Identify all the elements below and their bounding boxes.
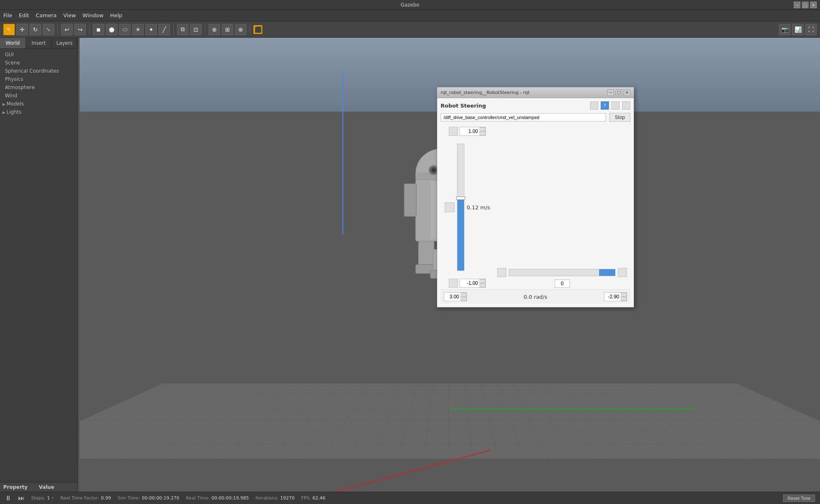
rqt-dash-btn[interactable]: — [611,101,620,110]
angular-zero-input[interactable] [555,280,570,287]
menu-edit[interactable]: Edit [19,12,29,18]
reset-time-button[interactable]: Reset Time [783,495,815,502]
stop-button[interactable]: Stop [609,113,630,122]
left-limit-up[interactable]: ▲ [461,293,466,297]
sep2 [89,25,90,34]
sim-time-label: Sim Time: [117,495,140,501]
angular-left-btn[interactable]: < [497,268,506,277]
rqt-sliders: + ▲ ▼ 0 [441,125,630,289]
tab-insert[interactable]: Insert [26,38,52,48]
property-col: Property [3,484,39,490]
fullscreen-btn[interactable]: ⛶ [805,24,817,35]
cylinder-btn[interactable]: ⬭ [119,24,131,35]
linear-minus-btn[interactable]: - [449,279,458,288]
undo-btn[interactable]: ↩ [61,24,73,35]
tab-layers[interactable]: Layers [52,38,78,48]
sidebar-item-scene[interactable]: Scene [0,59,78,67]
linear-min-up[interactable]: ▲ [480,279,485,283]
rqt-close-btn[interactable]: ✕ [624,89,630,96]
menu-help[interactable]: Help [110,12,122,18]
linear-min-input[interactable] [460,279,480,287]
angular-left-limit-input[interactable] [444,293,461,300]
minimize-btn[interactable]: ─ [794,2,800,8]
active-mode-btn[interactable]: ⬛ [253,25,262,34]
linear-max-input[interactable] [460,127,480,135]
menu-window[interactable]: Window [83,12,103,18]
angular-right-limit: ▲ ▼ [604,292,627,301]
linear-plus-btn[interactable]: + [449,127,458,136]
angular-right-btn[interactable]: > [618,268,627,277]
rqt-d-btn[interactable]: D [590,101,598,110]
menu-file[interactable]: File [3,12,12,18]
sidebar-item-atmosphere[interactable]: Atmosphere [0,83,78,92]
log-btn[interactable]: 📊 [792,24,804,35]
menu-camera[interactable]: Camera [36,12,57,18]
property-header: Property Value [0,483,78,492]
rtf-value: 0.99 [101,495,111,501]
linear-slider-track[interactable] [457,144,464,271]
paste-btn[interactable]: ⊡ [190,24,202,35]
toolbar: ↖ ✛ ↻ ⤡ ↩ ↪ ▪ ● ⬭ ☀ ✦ ╱ ⧉ ⊡ ⊕ ⊞ ⊗ ⬛ 📷 📊 … [0,21,820,38]
maximize-btn[interactable]: □ [802,2,809,8]
rqt-topic-input[interactable] [441,113,606,121]
linear-max-down[interactable]: ▼ [480,131,485,135]
sidebar-item-spherical[interactable]: Spherical Coordinates [0,67,78,75]
rqt-bottom: ▲ ▼ 0.0 rad/s ▲ ▼ [441,289,630,304]
pointlight-btn[interactable]: ☀ [132,24,144,35]
menu-bar: File Edit Camera View Window Help [0,10,820,21]
sidebar-item-gui[interactable]: GUI [0,50,78,59]
rqt-restore-btn[interactable]: □ [616,89,622,96]
linear-zero-btn[interactable]: 0 [445,202,455,212]
rtf-label: Real Time Factor: [60,495,99,501]
sidebar-item-lights[interactable]: Lights [0,108,78,116]
align2-btn[interactable]: ⊗ [235,24,246,35]
rotate-tool-btn[interactable]: ↻ [30,24,41,35]
align-btn[interactable]: ⊕ [209,24,220,35]
pause-btn[interactable]: ⏸ [5,494,11,502]
close-btn[interactable]: ✕ [810,2,817,8]
rqt-win-controls: ─ □ ✕ [607,89,630,96]
rqt-content: Robot Steering D ? — O Stop [437,98,634,307]
scale-tool-btn[interactable]: ⤡ [43,24,54,35]
box-btn[interactable]: ▪ [93,24,104,35]
snap-btn[interactable]: ⊞ [222,24,233,35]
select-tool-btn[interactable]: ↖ [3,24,15,35]
real-time-label: Real Time: [186,495,210,501]
viewport[interactable]: rqt_robot_steering__RobotSteering - rqt … [80,38,820,492]
green-axis [450,409,697,410]
angular-slider-track[interactable] [509,269,616,276]
rqt-o-btn[interactable]: O [622,101,630,110]
rqt-minimize-btn[interactable]: ─ [607,89,614,96]
sphere-btn[interactable]: ● [106,24,117,35]
angular-right-limit-input[interactable] [604,293,621,300]
rqt-help-btn[interactable]: ? [601,101,609,110]
linear-min-down[interactable]: ▼ [480,283,485,287]
redo-btn[interactable]: ↪ [74,24,86,35]
linear-max-up[interactable]: ▲ [480,127,485,131]
sidebar-item-physics[interactable]: Physics [0,75,78,83]
screenshot-btn[interactable]: 📷 [779,24,790,35]
status-bar: ⏸ ⏭ Steps: 1 ▾ Real Time Factor: 0.99 Si… [0,492,820,504]
right-limit-up[interactable]: ▲ [621,293,627,297]
rqt-header: Robot Steering D ? — O [441,101,630,110]
iterations-display: Iterations: 19270 [255,495,294,501]
iterations-label: Iterations: [255,495,278,501]
sidebar-item-models[interactable]: Models [0,100,78,108]
sidebar: World Insert Layers GUI Scene Spherical … [0,38,78,492]
left-limit-down[interactable]: ▼ [461,297,466,301]
dirlight-btn[interactable]: ╱ [158,24,170,35]
sidebar-item-wind[interactable]: Wind [0,92,78,100]
tab-world[interactable]: World [0,38,26,48]
step-btn[interactable]: ⏭ [18,494,25,502]
copy-btn[interactable]: ⧉ [177,24,188,35]
rqt-titlebar[interactable]: rqt_robot_steering__RobotSteering - rqt … [437,87,634,98]
rqt-plugin-label: Robot Steering [441,103,486,109]
property-panel: Property Value [0,482,78,492]
right-limit-down[interactable]: ▼ [621,297,627,301]
steps-value: 1 [47,495,50,501]
translate-tool-btn[interactable]: ✛ [16,24,28,35]
spotlight-btn[interactable]: ✦ [145,24,157,35]
sim-time-value: 00:00:00:19.270 [142,495,179,501]
angular-left-limit: ▲ ▼ [444,292,467,301]
menu-view[interactable]: View [63,12,76,18]
